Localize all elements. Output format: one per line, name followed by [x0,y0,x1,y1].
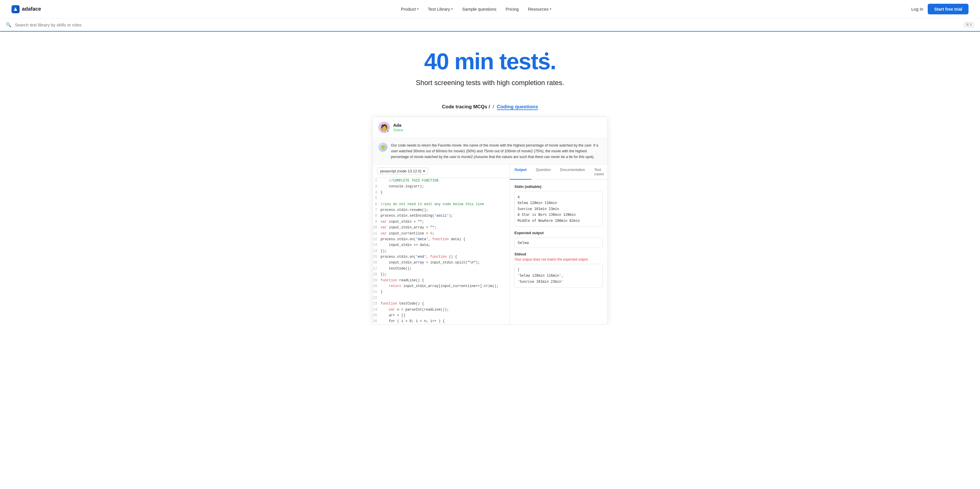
code-line: 20 return input_stdin_array[input_curren… [372,283,509,289]
code-line: 12process.stdin.on('data', function data… [372,236,509,242]
code-line: 8process.stdin.setEncoding('ascii'); [372,213,509,219]
chevron-down-icon: ▾ [451,7,453,11]
output-tab[interactable]: Test cases [590,165,608,180]
nav-test-library[interactable]: Test Library ▾ [428,6,453,11]
code-line: 25 arr = [] [372,312,509,319]
code-line: 15process.stdin.on('end', function () { [372,254,509,260]
logo-icon [11,5,19,13]
demo-section: Code tracing MCQs / / Coding questions 🧑… [361,98,619,325]
question-text: Our code needs to return the Favorite mo… [391,142,602,160]
search-shortcut: ⌘ K [964,22,974,27]
output-tabs: OutputQuestionDocumentationTest cases [510,165,608,180]
ada-header: 🧑 Ada Online [372,117,608,138]
status-dot [386,130,389,132]
logo[interactable]: adaface [11,5,41,13]
chevron-down-icon: ▾ [423,169,425,173]
demo-label: Code tracing MCQs / / Coding questions [372,104,608,110]
hero-subtitle: Short screening tests with high completi… [6,79,974,87]
nav-pricing[interactable]: Pricing [506,6,519,11]
trial-button[interactable]: Start free trial [928,4,969,14]
login-button[interactable]: Log In [912,6,923,11]
nav-sample-questions[interactable]: Sample questions [462,6,496,11]
code-line: 11var input_currentline = 0; [372,231,509,236]
stdout-label: Stdout [514,252,603,256]
code-line: 4} [372,190,509,195]
code-line: 23function testCode() { [372,301,509,307]
nav-actions: Log In Start free trial [912,4,969,14]
hero-section: 40 min tests. Short screening tests with… [0,32,980,98]
code-line: 10var input_stdin_array = ""; [372,225,509,231]
language-select[interactable]: javascript (node 13.12.0) ▾ [377,167,428,175]
hero-title: 40 min tests. [424,49,556,74]
code-line: 3 console.log(arr); [372,183,509,190]
output-tab[interactable]: Question [531,165,555,180]
output-tab[interactable]: Documentation [555,165,590,180]
stdin-label: Stdin (editable) [514,185,603,189]
code-line: 21} [372,289,509,295]
code-line: 14}); [372,248,509,254]
code-line: 7process.stdin.resume(); [372,207,509,213]
stdin-box[interactable]: 4Selma 128min 116minSunrise 101min 23min… [514,191,603,227]
code-output-row: javascript (node 13.12.0) ▾ 2 //COMPLETE… [372,165,608,324]
code-line: 5 [372,195,509,201]
code-body: 2 //COMPLETE THIS FUNCTION3 console.log(… [372,178,509,324]
code-line: 22 [372,295,509,301]
chevron-down-icon: ▾ [417,7,419,11]
navbar: adaface Product ▾ Test Library ▾ Sample … [0,0,980,18]
ada-online-status: Online [393,128,403,132]
expected-label: Expected output [514,231,603,235]
code-line: 2 //COMPLETE THIS FUNCTION [372,178,509,183]
search-bar: 🔍 ⌘ K [0,18,980,32]
output-panel: OutputQuestionDocumentationTest cases St… [510,165,608,324]
avatar: 🧑 [378,121,390,133]
output-body: Stdin (editable) 4Selma 128min 116minSun… [510,180,608,292]
code-line: 9var input_stdin = ""; [372,219,509,225]
output-tab[interactable]: Output [510,165,531,180]
question-box: 🙂 Our code needs to return the Favorite … [372,138,608,165]
stdout-error: Your output does not match the expected … [514,257,603,261]
code-panel: javascript (node 13.12.0) ▾ 2 //COMPLETE… [372,165,510,324]
code-line: 18}); [372,271,509,277]
code-header: javascript (node 13.12.0) ▾ [372,165,509,178]
search-input[interactable] [15,22,960,27]
nav-links: Product ▾ Test Library ▾ Sample question… [401,6,552,11]
question-avatar: 🙂 [378,142,387,152]
stdout-box: [ 'Selma 128min 116min', 'Sunrise 101min… [514,264,603,288]
code-line: 16 input_stdin_array = input_stdin.split… [372,260,509,266]
code-line: 24 var n = parseInt(readLine()); [372,307,509,312]
demo-card: 🧑 Ada Online 🙂 Our code needs to return … [372,117,608,325]
chevron-down-icon: ▾ [550,7,552,11]
expected-output: Selma [514,237,603,248]
code-line: 6//you do not need to edit any code belo… [372,201,509,207]
search-icon: 🔍 [6,22,11,27]
nav-resources[interactable]: Resources ▾ [528,6,552,11]
nav-product[interactable]: Product ▾ [401,6,419,11]
coding-questions-link[interactable]: Coding questions [497,104,538,110]
ada-name: Ada [393,123,403,127]
code-line: 17 testCode(); [372,266,509,271]
code-line: 19function readLine() { [372,277,509,283]
code-line: 13 input_stdin += data; [372,242,509,248]
code-line: 26 for ( i = 0; i < n; i++ ) { [372,319,509,324]
logo-text: adaface [22,6,41,12]
